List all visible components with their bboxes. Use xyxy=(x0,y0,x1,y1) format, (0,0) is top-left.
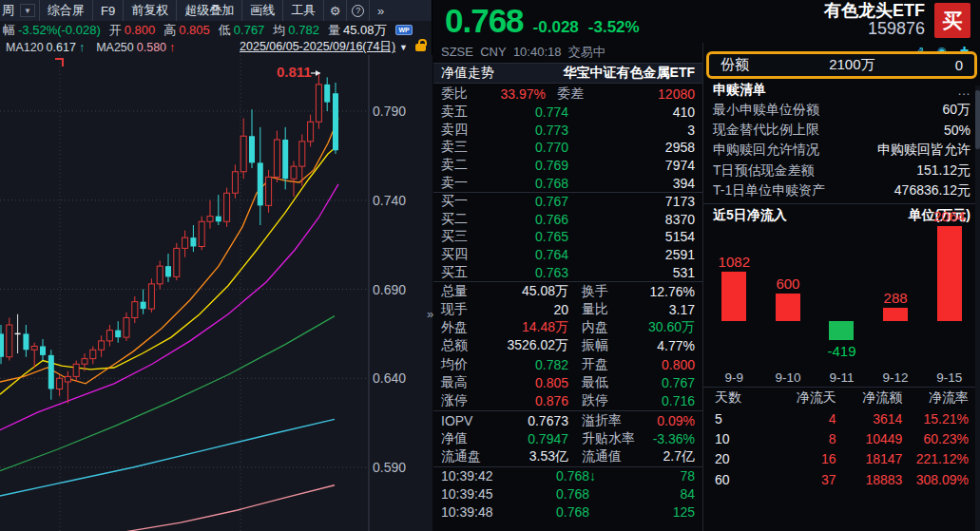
redemption-more-link[interactable]: … xyxy=(957,83,970,98)
redemption-list: 最小申赎单位份额60万现金替代比例上限50%申购赎回允许情况申购赎回皆允许T日预… xyxy=(703,100,980,200)
menu-item-综合屏[interactable]: 综合屏 xyxy=(39,0,92,21)
redemption-label: 现金替代比例上限 xyxy=(713,122,819,139)
bid-row[interactable]: 买三0.7655154 xyxy=(433,228,702,246)
stat-label: 净值 xyxy=(441,430,489,447)
settings-gear-icon[interactable]: ⚙ xyxy=(323,0,346,21)
level-label: 卖二 xyxy=(441,157,485,174)
ask-row[interactable]: 卖一0.768394 xyxy=(433,174,702,192)
lock-icon[interactable] xyxy=(415,44,426,51)
quote-field-label: 高 xyxy=(163,22,176,39)
ma-label: MA120 xyxy=(6,41,44,54)
level-label: 买三 xyxy=(441,228,485,245)
stat-label: 溢折率 xyxy=(568,412,627,429)
menu-item-画线[interactable]: 画线 xyxy=(241,0,282,21)
bid-row[interactable]: 买四0.7642591 xyxy=(433,246,702,264)
stat-value: 4.77% xyxy=(627,338,695,353)
level-label: 买一 xyxy=(441,193,485,210)
level-price: 0.769 xyxy=(485,158,568,173)
date-range-label: 2025/06/05-2025/09/16(74日) xyxy=(240,39,395,55)
redemption-value: 151.12元 xyxy=(916,162,970,180)
flow-table-cell: 18883 xyxy=(836,472,903,487)
flow-table-header: 天数净流天净流额净流率 xyxy=(703,388,980,408)
menu-item-工具[interactable]: 工具 xyxy=(282,0,323,21)
level-price: 0.768 xyxy=(485,176,568,191)
redemption-value: 476836.12元 xyxy=(894,182,970,199)
last-price: 0.768 xyxy=(445,2,524,40)
inflow-bar xyxy=(937,226,962,321)
kline-chart-area[interactable]: 0.7900.7400.6900.6400.5900.811 xyxy=(0,55,432,531)
bid-row[interactable]: 买二0.7668370 xyxy=(433,211,702,229)
tick-down-arrow-icon: ↓ xyxy=(589,468,603,484)
bid-row[interactable]: 买五0.763531 xyxy=(433,263,702,281)
weicha-value: 12080 xyxy=(584,86,695,102)
tick-row: 10:39:420.768↓78 xyxy=(433,467,702,485)
stat-row: 流通盘3.53亿流通值2.7亿 xyxy=(433,448,702,466)
inflow-bar xyxy=(721,272,746,321)
share-quota-row[interactable]: 份额 2100万 0 xyxy=(706,51,977,79)
tick-price: 0.768 xyxy=(515,486,589,502)
stat-value: 2.7亿 xyxy=(627,448,695,465)
ask-row[interactable]: 卖四0.7733 xyxy=(433,122,702,140)
tick-row: 10:39:480.768125 xyxy=(433,503,702,522)
bid-row[interactable]: 买一0.7677173 xyxy=(433,193,702,211)
stat-label: 最高 xyxy=(441,374,489,391)
quote-header: 0.768 -0.028 -3.52% 有色龙头ETF 159876 买 xyxy=(433,0,980,43)
stat-value: 0.800 xyxy=(627,357,695,372)
ma-label: MA250 xyxy=(96,41,134,54)
redemption-value: 申购赎回皆允许 xyxy=(877,142,970,159)
svg-text:0.790: 0.790 xyxy=(373,104,406,119)
level-price: 0.763 xyxy=(485,265,568,280)
menu-item-超级叠加[interactable]: 超级叠加 xyxy=(176,0,241,21)
quote-field-value: -3.52%(-0.028) xyxy=(18,23,101,37)
fund-name[interactable]: 华宝中证有色金属ETF xyxy=(564,65,695,82)
stat-label: 开盘 xyxy=(568,356,627,373)
quote-field-value: 45.08万 xyxy=(343,22,387,39)
help-icon[interactable]: ? xyxy=(346,0,369,21)
panel-collapse-handle[interactable]: » xyxy=(427,307,433,321)
inflow-bar xyxy=(883,308,908,321)
redemption-label: 最小申赎单位份额 xyxy=(713,102,819,119)
exchange-label: SZSE xyxy=(441,45,473,59)
flow-bar-value: -419 xyxy=(827,343,855,359)
ma-value: 0.580 xyxy=(137,41,166,54)
stat-label: 总量 xyxy=(441,283,489,300)
level-label: 卖三 xyxy=(441,139,485,156)
nav-trend-link[interactable]: 净值走势 xyxy=(441,65,494,82)
more-chevron-icon[interactable]: » xyxy=(369,0,392,21)
stat-row: 净值0.7947升贴水率-3.36% xyxy=(433,429,702,447)
flow-table-cell: 18147 xyxy=(836,451,903,466)
period-dropdown-icon[interactable]: ▼ xyxy=(20,4,35,17)
tick-volume: 125 xyxy=(603,504,695,520)
redemption-label: T-1日单位申赎资产 xyxy=(713,182,825,199)
stat-label: 换手 xyxy=(568,283,627,300)
stat-label: 振幅 xyxy=(568,337,627,354)
ask-row[interactable]: 卖三0.7702958 xyxy=(433,139,702,157)
net-inflow-table: 天数净流天净流额净流率54361415.21%1081044960.23%201… xyxy=(703,387,980,489)
ask-row[interactable]: 卖二0.7697974 xyxy=(433,157,702,175)
wp-badge-icon[interactable]: WP xyxy=(395,25,412,35)
flow-bar-value: 288 xyxy=(884,290,908,306)
stat-row: 涨停0.876跌停0.716 xyxy=(433,392,702,410)
menu-item-F9[interactable]: F9 xyxy=(92,0,123,21)
flow-table-cell: 8 xyxy=(770,431,836,446)
date-range-selector[interactable]: 2025/06/05-2025/09/16(74日) ▼ xyxy=(240,39,426,55)
ask-row[interactable]: 卖五0.774410 xyxy=(433,104,702,122)
stat-label: 最低 xyxy=(568,374,627,391)
buy-button[interactable]: 买 xyxy=(934,3,970,38)
period-selector[interactable]: 周 xyxy=(0,0,18,21)
date-range-caret-icon: ▼ xyxy=(399,43,408,52)
level-volume: 7974 xyxy=(568,158,695,173)
level-label: 买二 xyxy=(441,211,485,228)
stat-value: 0.805 xyxy=(489,375,568,390)
ask-levels: 卖五0.774410卖四0.7733卖三0.7702958卖二0.7697974… xyxy=(433,104,702,192)
share-extra: 0 xyxy=(955,57,963,73)
scrollbar-thumb[interactable] xyxy=(975,90,980,149)
menu-item-前复权[interactable]: 前复权 xyxy=(123,0,176,21)
ma-up-arrow-icon: ↑ xyxy=(79,41,85,54)
stat-value: 12.76% xyxy=(627,284,695,299)
stat-row: 现手20量比3.17 xyxy=(433,300,702,318)
redemption-value: 50% xyxy=(944,123,970,138)
redemption-title: 申赎清单 xyxy=(713,82,766,99)
scrollbar[interactable] xyxy=(975,85,980,531)
level-price: 0.773 xyxy=(485,123,568,138)
